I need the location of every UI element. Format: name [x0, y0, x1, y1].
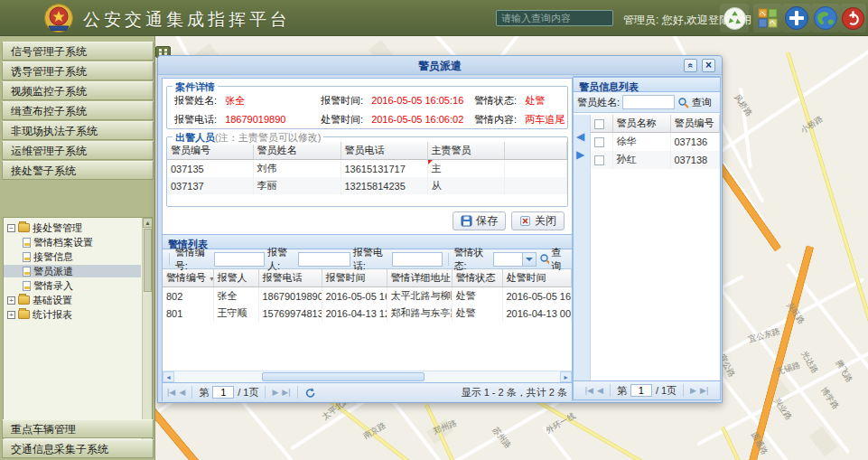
- grid-header-row: 警员名称 警员编号: [591, 115, 720, 133]
- last-page-icon[interactable]: ▶|: [282, 388, 290, 398]
- close-button[interactable]: 关闭: [511, 211, 565, 230]
- apps-grid-icon[interactable]: [753, 4, 782, 33]
- sidebar-item-maintain[interactable]: 运维管理子系统: [2, 141, 154, 160]
- dispatch-note: (注：主责警员可以修改): [215, 132, 321, 143]
- field-label: 处警时间:: [321, 114, 363, 125]
- table-row[interactable]: 孙红 037138: [591, 151, 720, 169]
- transfer-gutter: ◀ ▶: [574, 115, 591, 380]
- scrollbar-thumb[interactable]: [262, 372, 425, 381]
- map-road-label: 光达路: [798, 349, 821, 376]
- officer-name-input[interactable]: [622, 95, 675, 109]
- sidebar-item-signal[interactable]: 信号管理子系统: [2, 42, 154, 61]
- scrollbar-thumb[interactable]: [144, 229, 152, 292]
- tree-node-officer-dispatch[interactable]: 警员派遣: [4, 265, 141, 277]
- first-page-icon[interactable]: |◀: [585, 386, 593, 396]
- tree-node-alarm-entry[interactable]: 警情录入: [4, 279, 141, 292]
- table-row[interactable]: 037137 李丽 13215814235 从: [167, 177, 567, 194]
- cell-editable-primary[interactable]: 主: [427, 160, 504, 178]
- scroll-left-icon[interactable]: ◂: [163, 371, 174, 382]
- table-row[interactable]: 801 王守顺 15769974813 2016-04-13 12:... 郑和…: [163, 305, 572, 322]
- page-number-input[interactable]: [212, 386, 234, 399]
- map-road-label: 博学路: [817, 385, 841, 412]
- tree-node-alarm-archive[interactable]: 警情档案设置: [4, 236, 141, 249]
- top-header: 公安交通集成指挥平台 管理员: 您好,欢迎登陆使用: [0, 0, 868, 36]
- sidebar-item-offsite[interactable]: 非现场执法子系统: [2, 121, 154, 140]
- status-select[interactable]: [493, 252, 537, 267]
- table-row[interactable]: 802 张全 18679019890 2016-05-05 16:... 太平北…: [163, 287, 572, 305]
- page-number-input[interactable]: [630, 384, 652, 397]
- close-x-icon: [519, 215, 531, 227]
- column-header[interactable]: 报警人: [213, 269, 258, 287]
- field-value: 2016-05-05 16:05:16: [371, 95, 463, 106]
- tree-scrollbar[interactable]: ▲ ▼: [142, 218, 152, 453]
- close-icon[interactable]: ×: [702, 59, 715, 72]
- alarm-search-button[interactable]: 查询: [539, 246, 568, 273]
- officer-search-button[interactable]: 查询: [677, 96, 712, 109]
- sidebar-item-traffic-info[interactable]: 交通信息采集子系统: [2, 439, 154, 458]
- power-logout-icon[interactable]: [840, 4, 866, 33]
- move-right-icon[interactable]: ▶: [576, 149, 584, 160]
- first-page-icon[interactable]: |◀: [167, 388, 175, 398]
- collapse-box-icon[interactable]: −: [7, 224, 15, 232]
- cell: 处警: [452, 287, 502, 305]
- select-all-header[interactable]: [591, 115, 612, 133]
- field-label: 警情内容:: [474, 114, 517, 125]
- save-button[interactable]: 保存: [453, 211, 506, 230]
- alarm-id-input[interactable]: [214, 252, 265, 267]
- tree-node-basic-settings[interactable]: + 基础设置: [4, 294, 141, 306]
- save-floppy-icon: [461, 215, 472, 227]
- expand-box-icon[interactable]: +: [7, 311, 15, 319]
- sidebar-item-checkpoint[interactable]: 缉查布控子系统: [2, 101, 154, 120]
- sidebar-item-key-vehicles[interactable]: 重点车辆管理: [2, 419, 154, 438]
- global-search-input[interactable]: [496, 10, 613, 26]
- scroll-up-icon[interactable]: ▲: [143, 218, 153, 228]
- table-row[interactable]: 037135 刘伟 13615131717 主: [167, 160, 567, 178]
- recycle-icon[interactable]: [720, 4, 749, 33]
- cell-editable-primary[interactable]: 从: [427, 177, 504, 194]
- column-header-sorted[interactable]: 警情编号 ▼: [163, 269, 213, 287]
- chevron-down-icon[interactable]: [522, 253, 536, 266]
- sidebar-item-video[interactable]: 视频监控子系统: [2, 81, 154, 100]
- alarm-grid: 警情编号 ▼ 报警人 报警电话 报警时间 警情详细地址 警情状态 处警时间 80…: [163, 269, 572, 322]
- sidebar-item-dispatch-system[interactable]: 接处警子系统: [2, 161, 154, 180]
- move-left-icon[interactable]: ◀: [576, 131, 584, 142]
- column-header[interactable]: 警情详细地址: [387, 269, 452, 287]
- scroll-right-icon[interactable]: ▸: [560, 371, 572, 382]
- map-road-label: 兴业路: [770, 396, 794, 423]
- refresh-icon[interactable]: [304, 386, 316, 399]
- document-icon: [23, 238, 31, 248]
- horizontal-scrollbar[interactable]: ◂ ▸: [163, 371, 572, 382]
- add-icon[interactable]: [782, 4, 811, 33]
- column-header[interactable]: 主责警员: [427, 142, 504, 160]
- prev-page-icon[interactable]: ◀: [597, 386, 603, 396]
- cell: 太平北路与柳园路...: [387, 287, 452, 305]
- sidebar-item-guidance[interactable]: 诱导管理子系统: [2, 61, 154, 80]
- next-page-icon[interactable]: ▶: [690, 386, 696, 396]
- row-checkbox[interactable]: [594, 155, 604, 165]
- expand-box-icon[interactable]: +: [7, 296, 15, 305]
- dialog-button-row: 保存 关闭: [453, 211, 565, 230]
- prev-page-icon[interactable]: ◀: [179, 388, 185, 398]
- collapse-icon[interactable]: «: [684, 59, 697, 72]
- last-page-icon[interactable]: ▶|: [700, 386, 708, 396]
- column-header[interactable]: 警员名称: [612, 115, 670, 133]
- window-titlebar[interactable]: 警员派遣 « ×: [158, 56, 722, 75]
- field-value: 处警: [525, 95, 545, 106]
- globe-icon[interactable]: [811, 4, 840, 33]
- table-row[interactable]: 徐华 037136: [591, 133, 720, 151]
- tree-node-dispatch-mgmt[interactable]: − 接处警管理: [4, 221, 141, 234]
- column-header[interactable]: 警员电话: [341, 142, 427, 160]
- reporter-input[interactable]: [298, 252, 350, 267]
- checkbox-icon[interactable]: [594, 119, 604, 129]
- cell: 徐华: [612, 133, 670, 151]
- next-page-icon[interactable]: ▶: [272, 388, 278, 398]
- phone-input[interactable]: [392, 252, 443, 267]
- tree-node-alarm-info[interactable]: 接警信息: [4, 250, 141, 263]
- cell: 张全: [213, 287, 258, 305]
- column-header[interactable]: 警情状态: [452, 269, 502, 287]
- row-checkbox[interactable]: [594, 137, 604, 147]
- cell: 15769974813: [258, 305, 322, 322]
- column-header[interactable]: 报警电话: [258, 269, 322, 287]
- column-header[interactable]: 警员编号: [670, 115, 720, 133]
- tree-node-statistics[interactable]: + 统计报表: [4, 308, 141, 321]
